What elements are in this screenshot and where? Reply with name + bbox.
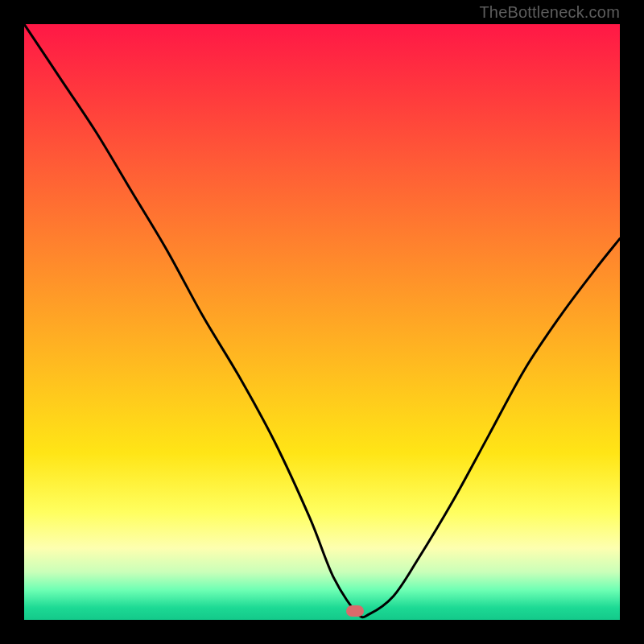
chart-frame: TheBottleneck.com (0, 0, 644, 644)
plot-area (24, 24, 620, 620)
optimal-point-marker (346, 605, 364, 617)
bottleneck-curve (24, 24, 620, 620)
watermark-text: TheBottleneck.com (479, 3, 620, 22)
